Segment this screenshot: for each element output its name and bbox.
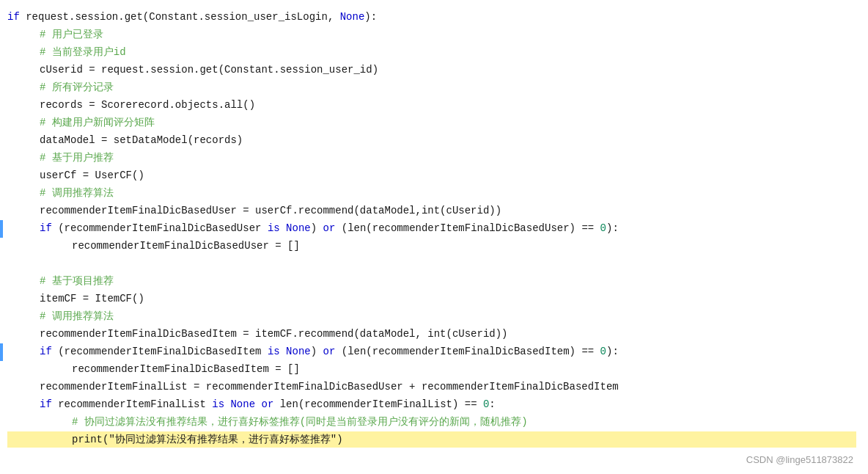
code-line: itemCF = ItemCF() <box>0 291 868 308</box>
code-token-none-kw: None <box>230 398 255 410</box>
code-line: userCf = UserCF() <box>0 167 868 185</box>
code-line-bar <box>0 343 3 361</box>
code-token-none-kw: None <box>286 222 311 234</box>
line-content: # 调用推荐算法 <box>7 185 856 201</box>
line-content: if request.session.get(Constant.session_… <box>7 9 856 25</box>
code-token-default: recommenderItemFinalDicBasedItem = [] <box>72 363 300 375</box>
line-content: itemCF = ItemCF() <box>7 291 856 307</box>
code-token-default: recommenderItemFinalList = recommenderIt… <box>40 381 619 393</box>
line-content: recommenderItemFinalDicBasedUser = userC… <box>7 203 856 219</box>
code-line: # 调用推荐算法 <box>0 185 868 203</box>
code-token-default: records = Scorerecord.objects.all() <box>40 99 255 111</box>
code-token-default: ) <box>311 346 323 357</box>
code-token-comment: # 构建用户新闻评分矩阵 <box>40 117 155 128</box>
code-token-default: : <box>489 398 495 410</box>
code-line: cUserid = request.session.get(Constant.s… <box>0 62 868 79</box>
code-token-default: userCf = UserCF() <box>40 169 144 181</box>
code-line: # 基于用户推荐 <box>0 150 868 167</box>
code-token-kw: if <box>40 346 52 357</box>
code-token-default: ) <box>311 222 323 234</box>
line-content: if (recommenderItemFinalDicBasedUser is … <box>7 220 856 236</box>
code-line: if (recommenderItemFinalDicBasedUser is … <box>0 220 868 238</box>
code-token-kw: or <box>261 398 273 410</box>
code-token-default: len(recommenderItemFinalList) == <box>273 398 483 410</box>
code-line: # 用户已登录 <box>0 26 868 44</box>
code-token-kw: is <box>268 346 280 357</box>
code-line: recommenderItemFinalDicBasedUser = [] <box>0 238 868 255</box>
code-token-comment: # 调用推荐算法 <box>40 310 114 322</box>
code-token-default: itemCF = ItemCF() <box>40 293 144 305</box>
code-line: # 协同过滤算法没有推荐结果，进行喜好标签推荐(同时是当前登录用户没有评分的新闻… <box>0 414 868 431</box>
code-token-none-kw: None <box>286 346 311 357</box>
code-block: if request.session.get(Constant.session_… <box>0 6 868 452</box>
code-token-kw: or <box>323 222 336 234</box>
code-token-default: recommenderItemFinalDicBasedItem = itemC… <box>40 328 508 340</box>
code-token-comment: # 基于用户推荐 <box>40 152 114 164</box>
code-line-bar <box>0 220 3 238</box>
code-token-num: 0 <box>600 222 606 234</box>
code-line: if request.session.get(Constant.session_… <box>0 9 868 26</box>
code-line: dataModel = setDataModel(records) <box>0 132 868 150</box>
code-token-default <box>280 346 286 357</box>
code-line: print("协同过滤算法没有推荐结果，进行喜好标签推荐") <box>0 431 868 449</box>
line-content: recommenderItemFinalDicBasedItem = [] <box>7 361 856 377</box>
code-line: if recommenderItemFinalList is None or l… <box>0 396 868 414</box>
code-token-comment: # 所有评分记录 <box>40 81 114 93</box>
watermark: CSDN @linge511873822 <box>746 454 853 465</box>
line-content: # 用户已登录 <box>7 26 856 43</box>
code-token-default: recommenderItemFinalDicBasedUser = [] <box>72 240 300 252</box>
code-token-kw: if <box>40 222 52 234</box>
code-line: if (recommenderItemFinalDicBasedItem is … <box>0 343 868 361</box>
code-token-kw: is <box>268 222 280 234</box>
code-token-default: dataModel = setDataModel(records) <box>40 134 243 146</box>
code-token-kw: is <box>212 398 224 410</box>
line-content: if recommenderItemFinalList is None or l… <box>7 396 856 412</box>
code-token-comment: # 基于项目推荐 <box>40 275 114 287</box>
code-token-default <box>280 222 286 234</box>
line-content: print("协同过滤算法没有推荐结果，进行喜好标签推荐") <box>7 431 856 448</box>
code-line: # 基于项目推荐 <box>0 273 868 291</box>
code-token-default: ): <box>606 346 619 357</box>
code-token-comment: # 当前登录用户id <box>40 46 126 58</box>
line-content: userCf = UserCF() <box>7 167 856 183</box>
line-content: recommenderItemFinalList = recommenderIt… <box>7 379 856 395</box>
code-token-comment: # 调用推荐算法 <box>40 187 114 199</box>
code-line: # 当前登录用户id <box>0 44 868 62</box>
code-line: # 调用推荐算法 <box>0 308 868 326</box>
line-content: # 所有评分记录 <box>7 79 856 95</box>
code-token-default: ): <box>606 222 619 234</box>
line-content: if (recommenderItemFinalDicBasedItem is … <box>7 343 856 360</box>
line-content: # 协同过滤算法没有推荐结果，进行喜好标签推荐(同时是当前登录用户没有评分的新闻… <box>7 414 856 430</box>
line-content: dataModel = setDataModel(records) <box>7 132 856 148</box>
code-line: recommenderItemFinalDicBasedItem = [] <box>0 361 868 379</box>
code-token-default: print("协同过滤算法没有推荐结果，进行喜好标签推荐") <box>72 434 343 445</box>
code-token-comment: # 协同过滤算法没有推荐结果，进行喜好标签推荐(同时是当前登录用户没有评分的新闻… <box>72 416 528 428</box>
code-line: # 所有评分记录 <box>0 79 868 97</box>
code-token-default: cUserid = request.session.get(Constant.s… <box>40 64 378 76</box>
code-line: records = Scorerecord.objects.all() <box>0 97 868 114</box>
code-token-num: 0 <box>600 346 606 357</box>
code-token-default: recommenderItemFinalDicBasedUser = userC… <box>40 205 501 216</box>
code-line: # 构建用户新闻评分矩阵 <box>0 114 868 132</box>
code-token-default: ): <box>364 11 377 23</box>
line-content: records = Scorerecord.objects.all() <box>7 97 856 113</box>
line-content: # 当前登录用户id <box>7 44 856 60</box>
code-token-kw: or <box>323 346 336 357</box>
line-content: # 构建用户新闻评分矩阵 <box>7 114 856 131</box>
line-content: recommenderItemFinalDicBasedUser = [] <box>7 238 856 254</box>
code-line: recommenderItemFinalDicBasedUser = userC… <box>0 203 868 220</box>
code-token-none-kw: None <box>340 11 365 23</box>
line-content: # 基于用户推荐 <box>7 150 856 166</box>
code-token-comment: # 用户已登录 <box>40 29 103 40</box>
code-token-kw: if <box>7 11 20 23</box>
code-line: recommenderItemFinalDicBasedItem = itemC… <box>0 326 868 343</box>
code-container: if request.session.get(Constant.session_… <box>0 0 868 474</box>
code-token-kw: if <box>40 398 52 410</box>
line-content: cUserid = request.session.get(Constant.s… <box>7 62 856 78</box>
code-token-default: (len(recommenderItemFinalDicBasedItem) =… <box>335 346 600 357</box>
code-token-default: recommenderItemFinalList <box>52 398 212 410</box>
code-line <box>0 255 868 273</box>
code-token-default: (len(recommenderItemFinalDicBasedUser) =… <box>335 222 600 234</box>
line-content: recommenderItemFinalDicBasedItem = itemC… <box>7 326 856 342</box>
code-line: recommenderItemFinalList = recommenderIt… <box>0 379 868 396</box>
